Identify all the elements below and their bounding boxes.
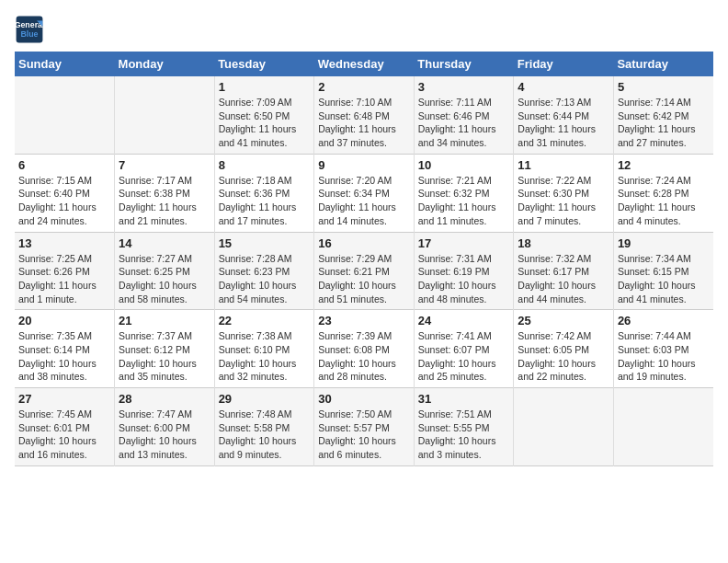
day-number: 17	[418, 236, 510, 250]
day-info: Sunrise: 7:37 AMSunset: 6:12 PMDaylight:…	[119, 329, 210, 384]
day-number: 8	[219, 158, 311, 172]
day-info: Sunrise: 7:31 AMSunset: 6:19 PMDaylight:…	[418, 252, 510, 306]
day-info: Sunrise: 7:39 AMSunset: 6:08 PMDaylight:…	[318, 329, 410, 384]
calendar-table: SundayMondayTuesdayWednesdayThursdayFrid…	[15, 52, 713, 466]
day-number: 13	[18, 236, 110, 250]
calendar-cell	[115, 76, 215, 154]
weekday-header-saturday: Saturday	[613, 52, 713, 76]
day-number: 30	[318, 392, 410, 406]
calendar-cell: 31Sunrise: 7:51 AMSunset: 5:55 PMDayligh…	[414, 388, 514, 466]
weekday-header-wednesday: Wednesday	[314, 52, 415, 76]
calendar-cell: 25Sunrise: 7:42 AMSunset: 6:05 PMDayligh…	[514, 310, 614, 388]
calendar-cell	[514, 388, 614, 466]
calendar-week-row: 13Sunrise: 7:25 AMSunset: 6:26 PMDayligh…	[15, 232, 713, 310]
day-info: Sunrise: 7:11 AMSunset: 6:46 PMDaylight:…	[418, 96, 510, 150]
day-info: Sunrise: 7:50 AMSunset: 5:57 PMDaylight:…	[318, 408, 410, 462]
weekday-header-monday: Monday	[115, 52, 215, 76]
calendar-cell: 17Sunrise: 7:31 AMSunset: 6:19 PMDayligh…	[414, 232, 514, 310]
logo: General Blue	[15, 15, 48, 44]
day-number: 28	[119, 392, 210, 406]
day-number: 7	[119, 158, 210, 172]
weekday-header-row: SundayMondayTuesdayWednesdayThursdayFrid…	[15, 52, 713, 76]
calendar-cell: 29Sunrise: 7:48 AMSunset: 5:58 PMDayligh…	[214, 388, 314, 466]
day-number: 26	[618, 314, 710, 327]
day-number: 24	[418, 314, 510, 327]
calendar-week-row: 20Sunrise: 7:35 AMSunset: 6:14 PMDayligh…	[15, 310, 713, 388]
day-number: 31	[418, 392, 510, 406]
day-info: Sunrise: 7:21 AMSunset: 6:32 PMDaylight:…	[418, 174, 510, 228]
calendar-cell: 5Sunrise: 7:14 AMSunset: 6:42 PMDaylight…	[613, 76, 713, 154]
calendar-cell: 23Sunrise: 7:39 AMSunset: 6:08 PMDayligh…	[314, 310, 415, 388]
day-info: Sunrise: 7:17 AMSunset: 6:38 PMDaylight:…	[119, 174, 210, 228]
day-info: Sunrise: 7:42 AMSunset: 6:05 PMDaylight:…	[518, 329, 609, 384]
day-info: Sunrise: 7:09 AMSunset: 6:50 PMDaylight:…	[219, 96, 311, 150]
calendar-cell: 11Sunrise: 7:22 AMSunset: 6:30 PMDayligh…	[514, 154, 614, 232]
calendar-cell: 2Sunrise: 7:10 AMSunset: 6:48 PMDaylight…	[314, 76, 415, 154]
day-number: 10	[418, 158, 510, 172]
calendar-cell: 27Sunrise: 7:45 AMSunset: 6:01 PMDayligh…	[15, 388, 115, 466]
day-number: 6	[18, 158, 110, 172]
calendar-cell: 1Sunrise: 7:09 AMSunset: 6:50 PMDaylight…	[214, 76, 314, 154]
day-info: Sunrise: 7:48 AMSunset: 5:58 PMDaylight:…	[219, 408, 311, 462]
day-info: Sunrise: 7:15 AMSunset: 6:40 PMDaylight:…	[18, 174, 110, 228]
day-number: 1	[219, 80, 311, 94]
calendar-cell: 3Sunrise: 7:11 AMSunset: 6:46 PMDaylight…	[414, 76, 514, 154]
calendar-cell: 9Sunrise: 7:20 AMSunset: 6:34 PMDaylight…	[314, 154, 415, 232]
day-number: 4	[518, 80, 609, 94]
calendar-cell	[613, 388, 713, 466]
day-info: Sunrise: 7:10 AMSunset: 6:48 PMDaylight:…	[318, 96, 410, 150]
day-info: Sunrise: 7:38 AMSunset: 6:10 PMDaylight:…	[219, 329, 311, 384]
day-info: Sunrise: 7:25 AMSunset: 6:26 PMDaylight:…	[18, 252, 110, 306]
weekday-header-thursday: Thursday	[414, 52, 514, 76]
day-number: 11	[518, 158, 609, 172]
day-number: 19	[618, 236, 710, 250]
day-info: Sunrise: 7:45 AMSunset: 6:01 PMDaylight:…	[18, 408, 110, 462]
day-info: Sunrise: 7:27 AMSunset: 6:25 PMDaylight:…	[119, 252, 210, 306]
weekday-header-friday: Friday	[514, 52, 614, 76]
calendar-cell: 30Sunrise: 7:50 AMSunset: 5:57 PMDayligh…	[314, 388, 415, 466]
day-info: Sunrise: 7:20 AMSunset: 6:34 PMDaylight:…	[318, 174, 410, 228]
day-number: 29	[219, 392, 311, 406]
day-number: 21	[119, 314, 210, 327]
weekday-header-sunday: Sunday	[15, 52, 115, 76]
calendar-cell: 6Sunrise: 7:15 AMSunset: 6:40 PMDaylight…	[15, 154, 115, 232]
page-header: General Blue	[15, 15, 713, 44]
day-info: Sunrise: 7:47 AMSunset: 6:00 PMDaylight:…	[119, 408, 210, 462]
calendar-cell: 22Sunrise: 7:38 AMSunset: 6:10 PMDayligh…	[214, 310, 314, 388]
weekday-header-tuesday: Tuesday	[214, 52, 314, 76]
day-number: 5	[618, 80, 710, 94]
calendar-cell: 8Sunrise: 7:18 AMSunset: 6:36 PMDaylight…	[214, 154, 314, 232]
logo-icon: General Blue	[15, 15, 44, 44]
day-info: Sunrise: 7:14 AMSunset: 6:42 PMDaylight:…	[618, 96, 710, 150]
calendar-week-row: 27Sunrise: 7:45 AMSunset: 6:01 PMDayligh…	[15, 388, 713, 466]
calendar-cell: 26Sunrise: 7:44 AMSunset: 6:03 PMDayligh…	[613, 310, 713, 388]
day-info: Sunrise: 7:35 AMSunset: 6:14 PMDaylight:…	[18, 329, 110, 384]
day-number: 14	[119, 236, 210, 250]
calendar-week-row: 1Sunrise: 7:09 AMSunset: 6:50 PMDaylight…	[15, 76, 713, 154]
calendar-week-row: 6Sunrise: 7:15 AMSunset: 6:40 PMDaylight…	[15, 154, 713, 232]
day-info: Sunrise: 7:29 AMSunset: 6:21 PMDaylight:…	[318, 252, 410, 306]
day-number: 18	[518, 236, 609, 250]
day-info: Sunrise: 7:32 AMSunset: 6:17 PMDaylight:…	[518, 252, 609, 306]
day-info: Sunrise: 7:28 AMSunset: 6:23 PMDaylight:…	[219, 252, 311, 306]
day-number: 23	[318, 314, 410, 327]
calendar-cell	[15, 76, 115, 154]
calendar-cell: 4Sunrise: 7:13 AMSunset: 6:44 PMDaylight…	[514, 76, 614, 154]
svg-text:Blue: Blue	[20, 29, 38, 39]
calendar-cell: 21Sunrise: 7:37 AMSunset: 6:12 PMDayligh…	[115, 310, 215, 388]
day-number: 9	[318, 158, 410, 172]
calendar-cell: 15Sunrise: 7:28 AMSunset: 6:23 PMDayligh…	[214, 232, 314, 310]
calendar-cell: 10Sunrise: 7:21 AMSunset: 6:32 PMDayligh…	[414, 154, 514, 232]
day-number: 22	[219, 314, 311, 327]
day-number: 16	[318, 236, 410, 250]
calendar-cell: 18Sunrise: 7:32 AMSunset: 6:17 PMDayligh…	[514, 232, 614, 310]
day-number: 20	[18, 314, 110, 327]
day-info: Sunrise: 7:24 AMSunset: 6:28 PMDaylight:…	[618, 174, 710, 228]
calendar-cell: 19Sunrise: 7:34 AMSunset: 6:15 PMDayligh…	[613, 232, 713, 310]
calendar-cell: 16Sunrise: 7:29 AMSunset: 6:21 PMDayligh…	[314, 232, 415, 310]
day-number: 15	[219, 236, 311, 250]
day-info: Sunrise: 7:22 AMSunset: 6:30 PMDaylight:…	[518, 174, 609, 228]
day-number: 3	[418, 80, 510, 94]
day-info: Sunrise: 7:18 AMSunset: 6:36 PMDaylight:…	[219, 174, 311, 228]
calendar-cell: 28Sunrise: 7:47 AMSunset: 6:00 PMDayligh…	[115, 388, 215, 466]
